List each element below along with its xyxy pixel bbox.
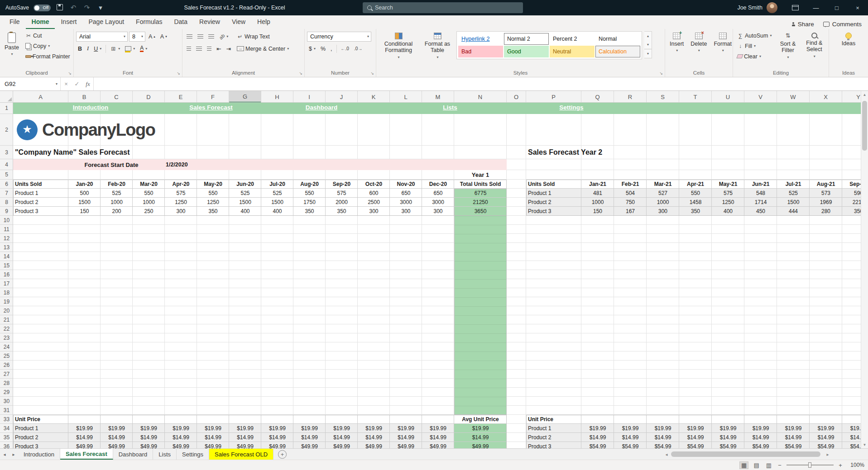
cell[interactable] xyxy=(744,415,777,424)
cell[interactable] xyxy=(261,415,293,424)
cell[interactable] xyxy=(197,415,229,424)
ribbon-tab-help[interactable]: Help xyxy=(251,16,276,29)
merge-center-button[interactable]: ↔Merge & Center▾ xyxy=(235,43,291,54)
decrease-font-size-button[interactable]: A▾ xyxy=(158,31,169,42)
price-cell[interactable]: $19.99 xyxy=(68,424,101,433)
units-cell[interactable]: 1000 xyxy=(581,198,614,207)
cell[interactable] xyxy=(326,415,358,424)
page-break-view-button[interactable]: ▥ xyxy=(765,462,773,469)
month-header[interactable]: Apr-21 xyxy=(679,180,712,189)
price-cell[interactable]: $19.99 xyxy=(679,424,712,433)
price-cell[interactable]: $14.99 xyxy=(390,433,422,442)
price-cell[interactable]: $54.99 xyxy=(581,442,614,448)
cell[interactable] xyxy=(614,415,647,424)
units-cell[interactable]: 504 xyxy=(614,189,647,198)
units-cell[interactable]: 525 xyxy=(101,189,133,198)
month-header[interactable]: Mar-21 xyxy=(647,180,679,189)
new-sheet-button[interactable]: + xyxy=(278,450,287,459)
units-cell[interactable]: 350 xyxy=(679,207,712,216)
month-header[interactable]: Dec-20 xyxy=(422,180,454,189)
name-box[interactable]: G92▾ xyxy=(0,77,61,90)
cell[interactable] xyxy=(777,415,810,424)
column-header-I[interactable]: I xyxy=(293,91,326,103)
column-header-N[interactable]: N xyxy=(454,91,507,103)
font-family-select[interactable]: Arial▾ xyxy=(76,32,128,42)
price-cell[interactable]: $14.99 xyxy=(261,433,293,442)
search-box[interactable]: Search xyxy=(363,2,523,13)
align-right-button[interactable] xyxy=(205,43,213,54)
units-cell[interactable]: 575 xyxy=(165,189,197,198)
style-bad[interactable]: Bad xyxy=(458,46,503,57)
zoom-slider-thumb[interactable] xyxy=(808,462,811,468)
style-good[interactable]: Good xyxy=(504,46,549,57)
price-cell[interactable]: $49.99 xyxy=(133,442,165,448)
row-header-23[interactable]: 23 xyxy=(0,333,13,342)
price-cell[interactable]: $19.99 xyxy=(744,424,777,433)
product-name[interactable]: Product 3 xyxy=(13,207,68,216)
units-cell[interactable]: 1500 xyxy=(261,198,293,207)
ribbon-tab-review[interactable]: Review xyxy=(193,16,226,29)
cell[interactable] xyxy=(165,415,197,424)
banner-link-settings[interactable]: Settings xyxy=(533,104,610,113)
units-cell[interactable]: 250 xyxy=(133,207,165,216)
price-cell[interactable]: $54.99 xyxy=(810,442,842,448)
month-header[interactable]: Jun-20 xyxy=(229,180,261,189)
unit-price-header[interactable]: Unit Price xyxy=(13,415,68,424)
column-header-P[interactable]: P xyxy=(526,91,581,103)
autosave-toggle[interactable]: Off xyxy=(34,5,51,11)
price-cell[interactable]: $49.99 xyxy=(261,442,293,448)
units-cell[interactable]: 1750 xyxy=(293,198,326,207)
units-cell[interactable]: 350 xyxy=(293,207,326,216)
units-cell[interactable]: 200 xyxy=(101,207,133,216)
price-cell[interactable]: $19.99 xyxy=(197,424,229,433)
column-header-J[interactable]: J xyxy=(326,91,358,103)
row-header-10[interactable]: 10 xyxy=(0,216,13,225)
row-header-21[interactable]: 21 xyxy=(0,315,13,324)
row-header-20[interactable]: 20 xyxy=(0,306,13,315)
units-cell[interactable]: 525 xyxy=(229,189,261,198)
cell[interactable] xyxy=(358,415,390,424)
units-cell[interactable]: 1500 xyxy=(229,198,261,207)
units-cell[interactable]: 3000 xyxy=(422,198,454,207)
redo-button[interactable]: ↷ xyxy=(82,4,91,12)
units-cell[interactable]: 750 xyxy=(614,198,647,207)
zoom-out-button[interactable]: − xyxy=(777,462,782,469)
price-cell[interactable]: $14.99 xyxy=(422,433,454,442)
row-header-11[interactable]: 11 xyxy=(0,225,13,234)
orientation-button[interactable]: ab▾ xyxy=(217,31,230,42)
price-cell[interactable]: $14.99 xyxy=(68,433,101,442)
units-cell[interactable]: 450 xyxy=(744,207,777,216)
column-header-A[interactable]: A xyxy=(13,91,68,103)
delete-cells-button[interactable]: Delete▾ xyxy=(688,30,709,53)
banner-link-lists[interactable]: Lists xyxy=(412,104,489,113)
conditional-formatting-button[interactable]: Conditional Formatting ▾ xyxy=(379,30,418,59)
minimize-button[interactable]: — xyxy=(806,0,826,15)
units-cell[interactable]: 550 xyxy=(197,189,229,198)
column-header-Q[interactable]: Q xyxy=(581,91,614,103)
price-cell[interactable]: $19.99 xyxy=(390,424,422,433)
units-cell[interactable]: 1500 xyxy=(777,198,810,207)
month-header[interactable]: Aug-21 xyxy=(810,180,842,189)
product-name[interactable]: Product 1 xyxy=(526,424,581,433)
price-cell[interactable]: $19.99 xyxy=(647,424,679,433)
total-units-cell[interactable]: 3650 xyxy=(454,207,507,216)
vertical-scrollbar[interactable]: ▲ ▼ xyxy=(861,91,868,448)
row-header-30[interactable]: 30 xyxy=(0,397,13,406)
units-cell[interactable]: 548 xyxy=(744,189,777,198)
units-cell[interactable]: 3000 xyxy=(390,198,422,207)
undo-button[interactable]: ↶ xyxy=(69,4,78,12)
avg-price-cell[interactable]: $49.99 xyxy=(454,442,507,448)
price-cell[interactable]: $54.99 xyxy=(744,442,777,448)
month-header[interactable]: May-20 xyxy=(197,180,229,189)
price-cell[interactable]: $54.99 xyxy=(842,442,861,448)
row-header-31[interactable]: 31 xyxy=(0,406,13,415)
ribbon-tab-view[interactable]: View xyxy=(226,16,251,29)
price-cell[interactable]: $14.99 xyxy=(842,433,861,442)
units-cell[interactable]: 2000 xyxy=(326,198,358,207)
fill-button[interactable]: ↓Fill▾ xyxy=(735,41,773,51)
zoom-in-button[interactable]: + xyxy=(838,462,843,469)
units-cell[interactable]: 280 xyxy=(810,207,842,216)
units-cell[interactable]: 300 xyxy=(358,207,390,216)
month-header[interactable]: Jun-21 xyxy=(744,180,777,189)
copy-button[interactable]: Copy▾ xyxy=(24,41,72,51)
